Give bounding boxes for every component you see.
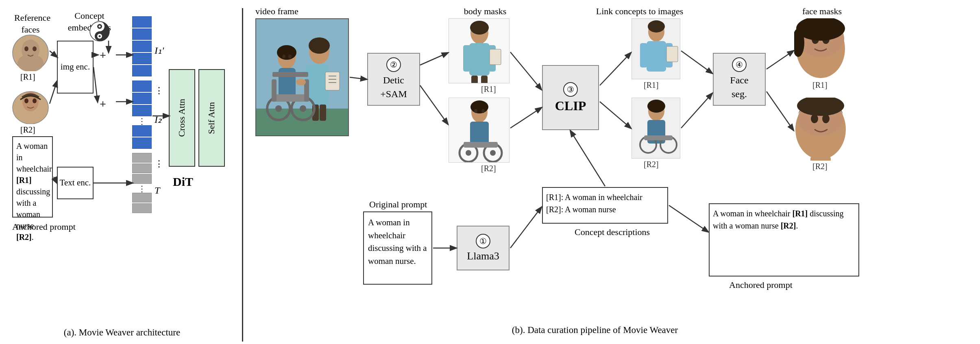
svg-point-53 — [288, 54, 292, 59]
face-masks-label: face masks — [802, 6, 842, 17]
plus-r1: + — [100, 49, 106, 62]
r2-body-label: [R2] — [481, 164, 496, 173]
r2-label: [R2] — [20, 125, 35, 135]
svg-rect-83 — [666, 46, 678, 62]
r1-label: [R1] — [20, 72, 35, 82]
svg-point-76 — [481, 109, 485, 113]
svg-rect-80 — [647, 41, 666, 72]
concept-desc-label: Concept descriptions — [575, 227, 650, 237]
svg-line-18 — [94, 67, 98, 102]
pipeline-arrows — [249, 4, 972, 337]
face-seg-label: Faceseg. — [730, 74, 748, 101]
svg-rect-103 — [810, 157, 831, 161]
svg-point-14 — [99, 35, 101, 37]
svg-rect-63 — [490, 49, 501, 65]
svg-point-38 — [309, 37, 330, 54]
svg-rect-48 — [272, 72, 308, 77]
orig-prompt-text: A woman in wheelchair discussing with a … — [368, 218, 427, 266]
orig-prompt-label: Original prompt — [369, 199, 427, 210]
svg-point-72 — [466, 150, 471, 156]
left-panel: Reference faces [R1] — [8, 4, 236, 340]
svg-line-109 — [600, 53, 631, 85]
detic-num: ② — [386, 57, 401, 72]
svg-point-64 — [474, 30, 477, 34]
right-anchored-label: Anchored prompt — [729, 280, 793, 290]
svg-rect-58 — [469, 43, 490, 76]
r2-clip-label: [R2] — [644, 160, 659, 169]
llama-box: ① Llama3 — [457, 226, 510, 270]
self-attn-box: Self Attn — [198, 69, 225, 167]
svg-line-104 — [350, 77, 366, 79]
r1-body-label: [R1] — [481, 85, 496, 94]
dit-main-label: DiT — [173, 175, 193, 189]
clip-out-r2 — [632, 98, 680, 159]
r2-face-label: [R2] — [812, 162, 828, 171]
face-mask-r2 — [794, 98, 847, 161]
i2-label: I₂' — [155, 114, 164, 125]
svg-point-39 — [315, 49, 318, 53]
svg-point-45 — [275, 105, 282, 112]
svg-point-68 — [470, 100, 488, 113]
svg-line-112 — [681, 94, 712, 128]
concept-r1: [R1]: A woman in wheelchair — [546, 191, 664, 203]
svg-point-3 — [24, 46, 28, 51]
concept-desc-box: [R1]: A woman in wheelchair [R2]: A woma… — [542, 187, 668, 224]
svg-point-40 — [321, 49, 324, 53]
video-frame-label: video frame — [255, 6, 298, 17]
svg-point-9 — [33, 98, 37, 103]
svg-line-114 — [767, 91, 793, 130]
text-enc-box: Text enc. — [57, 167, 94, 199]
svg-rect-33 — [320, 105, 326, 121]
r1-face-label: [R1] — [812, 81, 828, 90]
svg-rect-59 — [463, 45, 470, 72]
svg-point-75 — [474, 109, 477, 113]
face-r1 — [12, 35, 49, 71]
face-mask-r1 — [794, 18, 847, 79]
video-frame-image — [255, 18, 349, 136]
svg-line-22 — [54, 177, 57, 183]
svg-point-86 — [647, 100, 665, 113]
face-r2 — [12, 87, 49, 124]
svg-line-107 — [510, 52, 541, 89]
link-label: Link concepts to images — [587, 6, 693, 17]
svg-line-106 — [420, 85, 448, 124]
body-mask-r2 — [449, 98, 510, 163]
body-mask-r1 — [449, 18, 510, 83]
svg-rect-90 — [644, 135, 673, 140]
svg-point-2 — [17, 54, 44, 71]
svg-point-57 — [470, 21, 489, 35]
svg-line-108 — [510, 108, 541, 128]
svg-rect-26 — [256, 109, 349, 136]
svg-rect-34 — [325, 72, 340, 90]
svg-point-51 — [277, 45, 296, 60]
svg-point-52 — [282, 54, 285, 59]
dots-mid: ⋮ — [155, 85, 163, 96]
ref-faces-label: Reference faces — [14, 12, 47, 35]
svg-rect-47 — [272, 94, 308, 102]
svg-point-13 — [99, 26, 101, 28]
dit-column: ⋮ ⋮ — [132, 16, 152, 214]
left-caption: (a). Movie Weaver architecture — [64, 327, 180, 338]
cross-attn-box: Cross Attn — [169, 69, 195, 167]
right-caption: (b). Data curation pipeline of Movie Wea… — [331, 325, 859, 335]
panel-divider — [242, 8, 243, 342]
svg-rect-61 — [471, 76, 478, 83]
img-enc-box: img enc. — [57, 41, 94, 94]
svg-line-117 — [510, 207, 541, 248]
svg-point-46 — [300, 105, 306, 112]
clip-num: ③ — [563, 82, 578, 97]
right-anchored-prompt-box: A woman in wheelchair [R1] discussing wi… — [709, 203, 859, 277]
svg-line-115 — [669, 205, 708, 232]
clip-box: ③ CLIP — [542, 65, 599, 130]
right-panel: video frame — [249, 4, 972, 340]
svg-line-110 — [600, 102, 631, 128]
detic-sam-label: Detic+SAM — [380, 74, 407, 101]
r1-clip-label: [R1] — [644, 81, 659, 90]
plus-r2: + — [100, 98, 106, 111]
concept-r2: [R2]: A woman nurse — [546, 203, 664, 216]
attn-container: Cross Attn Self Attn — [169, 69, 225, 167]
svg-point-79 — [648, 20, 665, 33]
svg-rect-81 — [640, 43, 647, 67]
svg-line-105 — [420, 53, 448, 65]
svg-point-8 — [24, 98, 28, 103]
